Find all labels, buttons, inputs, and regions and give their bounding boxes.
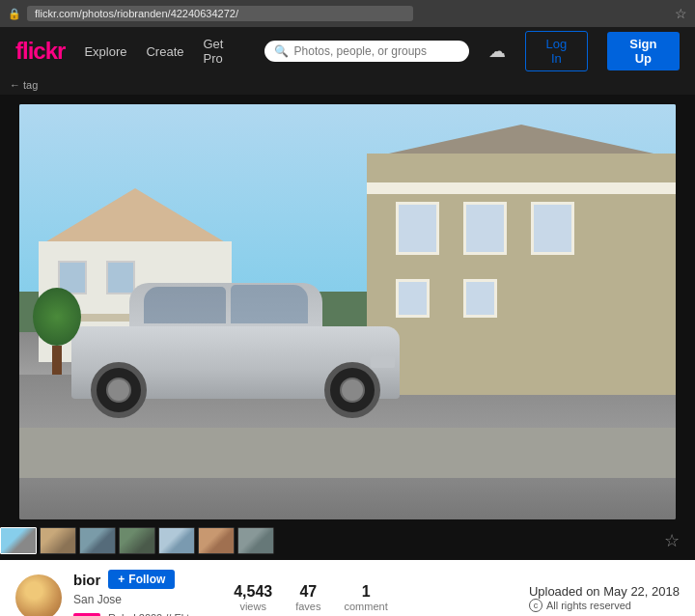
username[interactable]: bior <box>73 572 100 588</box>
stat-faves: 47 faves <box>295 583 320 612</box>
rights-text: All rights reserved <box>546 600 631 611</box>
browser-bar: 🔒 flickr.com/photos/riobranden/422406342… <box>0 0 695 27</box>
flickr-logo-text: flick <box>15 38 57 64</box>
browser-favicon: 🔒 <box>8 8 21 20</box>
comments-value: 1 <box>344 583 387 601</box>
rights-info: c All rights reserved <box>529 599 680 612</box>
thumbnail-2[interactable] <box>40 527 76 554</box>
tree-left <box>33 288 81 375</box>
thumbnail-7[interactable] <box>237 527 274 554</box>
car-wheel-front <box>324 362 380 418</box>
signup-button[interactable]: Sign Up <box>607 32 680 70</box>
copyright-icon: c <box>529 599 542 612</box>
upload-icon[interactable]: ☁ <box>488 41 506 62</box>
views-label: views <box>234 601 272 612</box>
comments-label: comment <box>344 601 387 612</box>
thumbnail-4[interactable] <box>119 527 155 554</box>
follow-button[interactable]: + Follow <box>108 570 175 589</box>
nav-create[interactable]: Create <box>146 44 183 59</box>
tree-foliage-left <box>33 288 81 346</box>
house-right-window-5 <box>463 279 497 318</box>
house-right-window-2 <box>463 202 507 255</box>
search-icon: 🔍 <box>274 44 289 58</box>
flickr-logo-accent: r <box>57 38 65 64</box>
faves-label: faves <box>295 601 320 612</box>
flickr-header: flickr Explore Create Get Pro 🔍 ☁ Log In… <box>0 27 695 75</box>
follow-label: Follow <box>128 573 165 586</box>
user-location: San Jose <box>73 593 199 606</box>
nav-get-pro[interactable]: Get Pro <box>203 37 244 66</box>
flickr-logo[interactable]: flickr <box>15 38 65 65</box>
tree-trunk-left <box>52 346 62 375</box>
thumbnail-1[interactable] <box>0 527 37 554</box>
follow-plus-icon: + <box>118 573 125 586</box>
car-bumper-front <box>371 356 395 368</box>
camera-info: Rebel 2000 // Ektar <box>108 612 199 616</box>
views-value: 4,543 <box>234 583 272 601</box>
browser-bookmark-icon[interactable]: ☆ <box>675 6 687 21</box>
car-wheel-back <box>91 362 147 418</box>
house-right-trim <box>367 182 676 194</box>
house-right-window-3 <box>531 202 574 255</box>
user-info: bior + Follow San Jose PRO Rebel 2000 //… <box>73 570 199 616</box>
tag-back-label[interactable]: ← tag <box>10 79 38 91</box>
house-right-window-1 <box>396 202 439 255</box>
url-bar[interactable]: flickr.com/photos/riobranden/42240634272… <box>27 6 413 21</box>
main-photo[interactable] <box>19 104 676 519</box>
tag-bar: ← tag <box>0 75 695 95</box>
thumbnail-strip: ☆ <box>0 519 695 560</box>
thumbnail-6[interactable] <box>198 527 235 554</box>
house-left-window-2 <box>106 261 135 294</box>
user-extra: PRO Rebel 2000 // Ektar <box>73 608 199 616</box>
avatar-image <box>15 574 62 616</box>
photo-sidewalk <box>19 428 676 478</box>
favorite-icon[interactable]: ☆ <box>664 530 680 551</box>
login-button[interactable]: Log In <box>525 31 588 71</box>
nav-explore[interactable]: Explore <box>84 44 126 59</box>
thumbnail-5[interactable] <box>158 527 195 554</box>
avatar[interactable] <box>15 574 62 616</box>
car-window-back <box>144 287 226 323</box>
stats-section: 4,543 views 47 faves 1 comment <box>234 583 388 612</box>
search-input[interactable] <box>294 44 459 58</box>
info-bar: bior + Follow San Jose PRO Rebel 2000 //… <box>0 560 695 616</box>
car-window-front <box>231 285 308 323</box>
upload-date: Uploaded on May 22, 2018 <box>529 584 680 599</box>
photo-area <box>0 95 695 519</box>
classic-car <box>52 293 419 428</box>
stat-comments: 1 comment <box>344 583 387 612</box>
thumbnail-3[interactable] <box>79 527 116 554</box>
faves-value: 47 <box>295 583 320 601</box>
upload-info: Uploaded on May 22, 2018 c All rights re… <box>529 584 680 612</box>
stat-views: 4,543 views <box>234 583 272 612</box>
search-bar[interactable]: 🔍 <box>264 41 469 62</box>
user-header-area: bior + Follow <box>73 570 199 589</box>
house-left-roof <box>39 188 232 246</box>
